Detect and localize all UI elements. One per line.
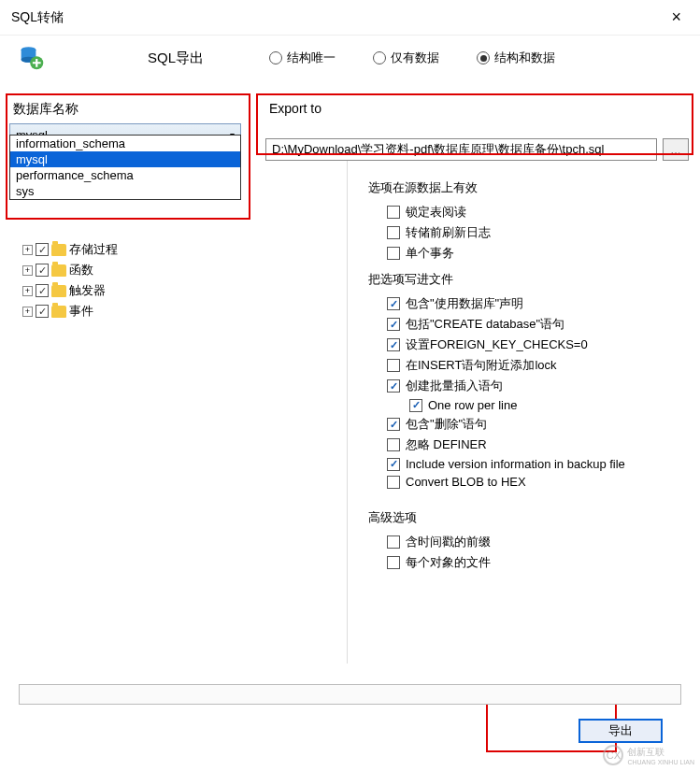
option-row[interactable]: 转储前刷新日志 bbox=[368, 222, 689, 243]
checkbox[interactable] bbox=[387, 226, 400, 239]
checkbox[interactable] bbox=[36, 305, 49, 318]
checkbox[interactable] bbox=[387, 535, 400, 549]
close-icon[interactable]: × bbox=[664, 7, 689, 27]
checkbox[interactable] bbox=[387, 379, 400, 393]
option-row[interactable]: One row per line bbox=[368, 396, 689, 414]
folder-icon bbox=[51, 264, 66, 277]
checkbox[interactable] bbox=[387, 556, 400, 569]
database-dropdown: information_schema mysql performance_sch… bbox=[9, 135, 241, 200]
tree-label: 触发器 bbox=[69, 282, 106, 299]
database-export-icon bbox=[19, 45, 45, 71]
group-label-source: 选项在源数据上有效 bbox=[368, 179, 689, 196]
option-row[interactable]: 每个对象的文件 bbox=[368, 552, 689, 573]
option-row[interactable]: 创建批量插入语句 bbox=[368, 376, 689, 396]
checkbox[interactable] bbox=[387, 458, 400, 471]
dropdown-item[interactable]: performance_schema bbox=[10, 167, 240, 183]
option-row[interactable]: 包括"CREATE database"语句 bbox=[368, 314, 689, 335]
checkbox[interactable] bbox=[387, 318, 400, 331]
option-label: Convert BLOB to HEX bbox=[406, 475, 526, 489]
option-label: 包括"CREATE database"语句 bbox=[406, 316, 564, 333]
checkbox[interactable] bbox=[387, 476, 400, 489]
checkbox[interactable] bbox=[36, 284, 49, 297]
checkbox[interactable] bbox=[387, 338, 400, 351]
radio-label: 仅有数据 bbox=[391, 50, 439, 66]
folder-icon bbox=[51, 285, 66, 297]
option-row[interactable]: 单个事务 bbox=[368, 243, 689, 264]
checkbox[interactable] bbox=[387, 206, 400, 219]
tree-item-triggers[interactable]: +触发器 bbox=[22, 280, 245, 301]
group-label-advanced: 高级选项 bbox=[368, 509, 689, 526]
checkbox[interactable] bbox=[387, 359, 400, 372]
checkbox[interactable] bbox=[409, 399, 422, 412]
watermark: CX 创新互联 CHUANG XINHU LIAN bbox=[603, 745, 694, 765]
option-label: 每个对象的文件 bbox=[406, 554, 491, 571]
tree-label: 事件 bbox=[69, 303, 93, 320]
progress-bar bbox=[19, 684, 681, 705]
checkbox[interactable] bbox=[387, 438, 400, 451]
option-label: 创建批量插入语句 bbox=[406, 378, 503, 394]
window-title: SQL转储 bbox=[11, 9, 64, 26]
folder-icon bbox=[51, 306, 66, 318]
tree-label: 存储过程 bbox=[69, 241, 118, 258]
option-row[interactable]: 包含"使用数据库"声明 bbox=[368, 293, 689, 314]
dropdown-item[interactable]: mysql bbox=[10, 151, 240, 167]
radio-structure-and-data[interactable]: 结构和数据 bbox=[477, 50, 555, 66]
tree-item-procedures[interactable]: +存储过程 bbox=[22, 239, 245, 260]
option-row[interactable]: Convert BLOB to HEX bbox=[368, 473, 689, 491]
expand-icon[interactable]: + bbox=[22, 265, 33, 276]
expand-icon[interactable]: + bbox=[22, 286, 33, 296]
sql-export-tab[interactable]: SQL导出 bbox=[148, 50, 204, 67]
radio-label: 结构和数据 bbox=[494, 50, 555, 66]
option-row[interactable]: 在INSERT语句附近添加lock bbox=[368, 355, 689, 376]
group-label-file: 把选项写进文件 bbox=[368, 271, 689, 288]
option-row[interactable]: 含时间戳的前缀 bbox=[368, 532, 689, 552]
checkbox[interactable] bbox=[387, 297, 400, 310]
option-row[interactable]: 锁定表阅读 bbox=[368, 202, 689, 222]
option-label: 含时间戳的前缀 bbox=[406, 534, 491, 550]
folder-icon bbox=[51, 244, 66, 256]
radio-data-only[interactable]: 仅有数据 bbox=[373, 50, 439, 66]
dropdown-item[interactable]: information_schema bbox=[10, 136, 240, 151]
option-label: 包含"删除"语句 bbox=[406, 416, 487, 433]
option-row[interactable]: 包含"删除"语句 bbox=[368, 414, 689, 435]
option-label: Include version information in backup fi… bbox=[406, 457, 625, 471]
option-row[interactable]: Include version information in backup fi… bbox=[368, 455, 689, 473]
option-label: 在INSERT语句附近添加lock bbox=[406, 357, 557, 374]
option-row[interactable]: 设置FOREIGN_KEY_CHECKS=0 bbox=[368, 335, 689, 355]
checkbox[interactable] bbox=[387, 247, 400, 260]
radio-structure-only[interactable]: 结构唯一 bbox=[269, 50, 336, 66]
dropdown-item[interactable]: sys bbox=[10, 183, 240, 199]
expand-icon[interactable]: + bbox=[22, 245, 33, 255]
expand-icon[interactable]: + bbox=[22, 307, 33, 317]
radio-label: 结构唯一 bbox=[287, 50, 336, 66]
checkbox[interactable] bbox=[387, 418, 400, 431]
checkbox[interactable] bbox=[36, 264, 49, 277]
option-label: 单个事务 bbox=[406, 245, 454, 262]
option-label: 锁定表阅读 bbox=[406, 204, 466, 221]
option-row[interactable]: 忽略 DEFINER bbox=[368, 435, 689, 455]
object-tree: +存储过程 +函数 +触发器 +事件 bbox=[9, 239, 245, 321]
tree-item-functions[interactable]: +函数 bbox=[22, 260, 245, 280]
export-button[interactable]: 导出 bbox=[579, 719, 663, 743]
option-label: One row per line bbox=[428, 398, 517, 412]
option-label: 忽略 DEFINER bbox=[406, 436, 487, 453]
option-label: 包含"使用数据库"声明 bbox=[406, 295, 523, 312]
tree-label: 函数 bbox=[69, 262, 93, 278]
option-label: 转储前刷新日志 bbox=[406, 224, 491, 241]
tree-item-events[interactable]: +事件 bbox=[22, 301, 245, 321]
option-label: 设置FOREIGN_KEY_CHECKS=0 bbox=[406, 336, 588, 353]
checkbox[interactable] bbox=[36, 243, 49, 256]
annotation-box bbox=[256, 93, 693, 155]
